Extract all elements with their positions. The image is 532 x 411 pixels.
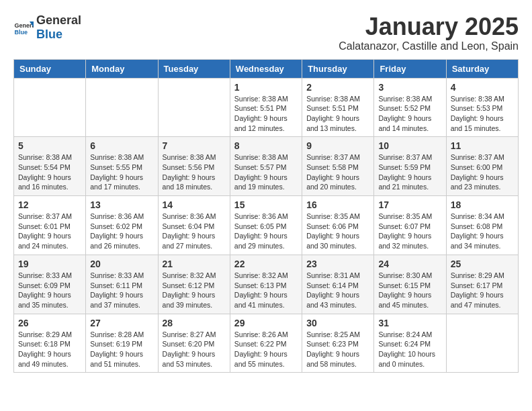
calendar-cell: 9Sunrise: 8:37 AMSunset: 5:58 PMDaylight… <box>302 137 374 196</box>
cell-details: Sunrise: 8:38 AMSunset: 5:52 PMDaylight:… <box>378 94 441 134</box>
cell-details: Sunrise: 8:35 AMSunset: 6:07 PMDaylight:… <box>378 212 441 251</box>
day-number: 16 <box>306 199 369 210</box>
day-number: 10 <box>378 140 441 151</box>
cell-details: Sunrise: 8:37 AMSunset: 6:00 PMDaylight:… <box>451 152 514 192</box>
day-number: 29 <box>234 318 298 328</box>
day-header-tuesday: Tuesday <box>158 59 230 78</box>
logo: General Blue General Blue <box>13 13 81 42</box>
day-number: 24 <box>378 259 441 269</box>
day-number: 27 <box>90 318 153 328</box>
week-row-1: 1Sunrise: 8:38 AMSunset: 5:51 PMDaylight… <box>14 78 519 137</box>
day-number: 22 <box>234 259 298 269</box>
calendar-cell: 15Sunrise: 8:36 AMSunset: 6:05 PMDayligh… <box>230 196 302 255</box>
day-header-thursday: Thursday <box>302 59 374 78</box>
cell-details: Sunrise: 8:38 AMSunset: 5:57 PMDaylight:… <box>234 152 298 192</box>
cell-details: Sunrise: 8:35 AMSunset: 6:06 PMDaylight:… <box>306 212 369 251</box>
day-number: 6 <box>90 140 153 151</box>
calendar-cell: 20Sunrise: 8:33 AMSunset: 6:11 PMDayligh… <box>86 255 158 314</box>
day-number: 5 <box>18 140 81 151</box>
calendar-cell: 18Sunrise: 8:34 AMSunset: 6:08 PMDayligh… <box>446 196 518 255</box>
cell-details: Sunrise: 8:36 AMSunset: 6:04 PMDaylight:… <box>163 212 226 251</box>
day-number: 19 <box>18 259 81 269</box>
day-header-saturday: Saturday <box>446 59 518 78</box>
calendar-cell: 1Sunrise: 8:38 AMSunset: 5:51 PMDaylight… <box>230 78 302 137</box>
calendar-cell: 21Sunrise: 8:32 AMSunset: 6:12 PMDayligh… <box>158 255 230 314</box>
calendar-cell <box>14 78 86 137</box>
cell-details: Sunrise: 8:27 AMSunset: 6:20 PMDaylight:… <box>163 330 226 369</box>
calendar-cell <box>158 78 230 137</box>
cell-details: Sunrise: 8:29 AMSunset: 6:18 PMDaylight:… <box>18 330 81 369</box>
logo-general: General <box>36 13 81 28</box>
calendar-cell: 8Sunrise: 8:38 AMSunset: 5:57 PMDaylight… <box>230 137 302 196</box>
week-row-2: 5Sunrise: 8:38 AMSunset: 5:54 PMDaylight… <box>14 137 519 196</box>
cell-details: Sunrise: 8:38 AMSunset: 5:51 PMDaylight:… <box>234 94 298 134</box>
cell-details: Sunrise: 8:31 AMSunset: 6:14 PMDaylight:… <box>306 271 369 310</box>
day-number: 28 <box>163 318 226 328</box>
day-number: 17 <box>378 199 441 210</box>
calendar-cell <box>86 78 158 137</box>
calendar-cell: 25Sunrise: 8:29 AMSunset: 6:17 PMDayligh… <box>446 255 518 314</box>
day-number: 3 <box>378 82 441 93</box>
cell-details: Sunrise: 8:38 AMSunset: 5:54 PMDaylight:… <box>18 152 81 192</box>
day-header-friday: Friday <box>374 59 446 78</box>
logo-text: General Blue <box>36 13 81 42</box>
calendar-cell: 14Sunrise: 8:36 AMSunset: 6:04 PMDayligh… <box>158 196 230 255</box>
cell-details: Sunrise: 8:38 AMSunset: 5:51 PMDaylight:… <box>306 94 369 134</box>
svg-text:Blue: Blue <box>15 29 28 36</box>
day-number: 23 <box>306 259 369 269</box>
cell-details: Sunrise: 8:25 AMSunset: 6:23 PMDaylight:… <box>306 330 369 369</box>
day-number: 2 <box>306 82 369 93</box>
day-number: 9 <box>306 140 369 151</box>
day-header-wednesday: Wednesday <box>230 59 302 78</box>
calendar-cell <box>446 314 518 373</box>
calendar-cell: 29Sunrise: 8:26 AMSunset: 6:22 PMDayligh… <box>230 314 302 373</box>
day-number: 8 <box>234 140 298 151</box>
cell-details: Sunrise: 8:32 AMSunset: 6:13 PMDaylight:… <box>234 271 298 310</box>
cell-details: Sunrise: 8:33 AMSunset: 6:09 PMDaylight:… <box>18 271 81 310</box>
month-title: January 2025 <box>339 13 519 40</box>
day-number: 14 <box>163 199 226 210</box>
calendar-cell: 22Sunrise: 8:32 AMSunset: 6:13 PMDayligh… <box>230 255 302 314</box>
day-number: 18 <box>451 199 514 210</box>
calendar-cell: 3Sunrise: 8:38 AMSunset: 5:52 PMDaylight… <box>374 78 446 137</box>
week-row-3: 12Sunrise: 8:37 AMSunset: 6:01 PMDayligh… <box>14 196 519 255</box>
header: General Blue General Blue January 2025 C… <box>13 13 519 52</box>
calendar-container: General Blue General Blue January 2025 C… <box>0 0 532 379</box>
calendar-cell: 16Sunrise: 8:35 AMSunset: 6:06 PMDayligh… <box>302 196 374 255</box>
calendar-cell: 5Sunrise: 8:38 AMSunset: 5:54 PMDaylight… <box>14 137 86 196</box>
calendar-cell: 4Sunrise: 8:38 AMSunset: 5:53 PMDaylight… <box>446 78 518 137</box>
day-number: 7 <box>163 140 226 151</box>
day-number: 31 <box>378 318 441 328</box>
cell-details: Sunrise: 8:37 AMSunset: 5:58 PMDaylight:… <box>306 152 369 192</box>
calendar-cell: 12Sunrise: 8:37 AMSunset: 6:01 PMDayligh… <box>14 196 86 255</box>
day-number: 11 <box>451 140 514 151</box>
day-number: 30 <box>306 318 369 328</box>
cell-details: Sunrise: 8:36 AMSunset: 6:05 PMDaylight:… <box>234 212 298 251</box>
cell-details: Sunrise: 8:24 AMSunset: 6:24 PMDaylight:… <box>378 330 441 369</box>
calendar-cell: 26Sunrise: 8:29 AMSunset: 6:18 PMDayligh… <box>14 314 86 373</box>
cell-details: Sunrise: 8:28 AMSunset: 6:19 PMDaylight:… <box>90 330 153 369</box>
week-row-5: 26Sunrise: 8:29 AMSunset: 6:18 PMDayligh… <box>14 314 519 373</box>
day-number: 1 <box>234 82 298 93</box>
cell-details: Sunrise: 8:30 AMSunset: 6:15 PMDaylight:… <box>378 271 441 310</box>
calendar-cell: 6Sunrise: 8:38 AMSunset: 5:55 PMDaylight… <box>86 137 158 196</box>
calendar-cell: 30Sunrise: 8:25 AMSunset: 6:23 PMDayligh… <box>302 314 374 373</box>
day-number: 13 <box>90 199 153 210</box>
logo-blue: Blue <box>36 28 62 41</box>
calendar-cell: 23Sunrise: 8:31 AMSunset: 6:14 PMDayligh… <box>302 255 374 314</box>
calendar-cell: 10Sunrise: 8:37 AMSunset: 5:59 PMDayligh… <box>374 137 446 196</box>
day-number: 25 <box>451 259 514 269</box>
cell-details: Sunrise: 8:29 AMSunset: 6:17 PMDaylight:… <box>451 271 514 310</box>
day-header-monday: Monday <box>86 59 158 78</box>
cell-details: Sunrise: 8:37 AMSunset: 6:01 PMDaylight:… <box>18 212 81 251</box>
cell-details: Sunrise: 8:38 AMSunset: 5:53 PMDaylight:… <box>451 94 514 134</box>
day-header-sunday: Sunday <box>14 59 86 78</box>
cell-details: Sunrise: 8:36 AMSunset: 6:02 PMDaylight:… <box>90 212 153 251</box>
day-number: 26 <box>18 318 81 328</box>
calendar-cell: 11Sunrise: 8:37 AMSunset: 6:00 PMDayligh… <box>446 137 518 196</box>
day-number: 4 <box>451 82 514 93</box>
week-row-4: 19Sunrise: 8:33 AMSunset: 6:09 PMDayligh… <box>14 255 519 314</box>
calendar-cell: 27Sunrise: 8:28 AMSunset: 6:19 PMDayligh… <box>86 314 158 373</box>
calendar-cell: 24Sunrise: 8:30 AMSunset: 6:15 PMDayligh… <box>374 255 446 314</box>
subtitle: Calatanazor, Castille and Leon, Spain <box>339 40 519 52</box>
